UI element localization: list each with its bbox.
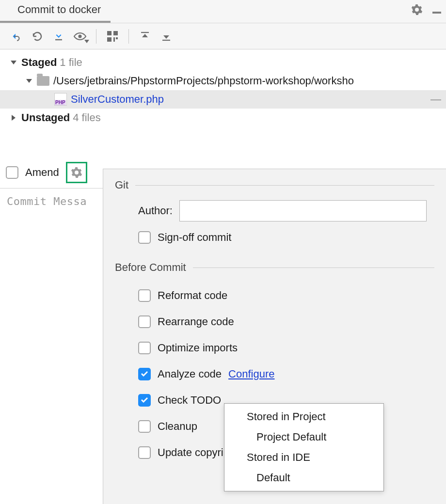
rearrange-checkbox[interactable] [138, 315, 151, 328]
separator [128, 29, 129, 44]
analyze-checkbox[interactable] [138, 368, 151, 380]
popup-project-default[interactable]: Project Default [224, 427, 383, 447]
commit-options-button[interactable] [66, 162, 87, 183]
chevron-down-icon [25, 77, 33, 85]
configure-link[interactable]: Configure [228, 368, 274, 380]
rollback-icon[interactable] [8, 28, 24, 45]
chevron-down-icon [10, 59, 17, 66]
author-label: Author: [138, 205, 173, 217]
tabstrip: Commit to docker [0, 0, 446, 23]
refresh-icon[interactable] [29, 28, 46, 45]
staged-count: 1 file [60, 56, 82, 69]
unstaged-count: 4 files [73, 111, 100, 124]
author-input[interactable] [179, 200, 427, 221]
staged-label: Staged [21, 56, 57, 69]
signoff-label: Sign-off commit [158, 231, 231, 244]
svg-rect-3 [107, 37, 112, 42]
svg-rect-1 [107, 31, 112, 35]
optimize-checkbox[interactable] [138, 342, 151, 354]
svg-rect-5 [116, 37, 118, 39]
gear-icon[interactable] [411, 4, 423, 18]
expand-all-icon[interactable] [137, 28, 153, 45]
check-todo-checkbox[interactable] [138, 394, 151, 407]
tree-file-row[interactable]: SilverCustomer.php — [0, 90, 446, 109]
update-copyright-checkbox[interactable] [138, 446, 151, 459]
popup-stored-ide[interactable]: Stored in IDE [224, 447, 383, 468]
tree-group-unstaged[interactable]: Unstaged 4 files [0, 109, 446, 127]
chevron-right-icon [10, 114, 17, 122]
amend-checkbox[interactable] [6, 166, 18, 179]
download-icon[interactable] [50, 28, 67, 45]
eye-icon[interactable] [72, 28, 88, 45]
separator [96, 29, 96, 44]
folder-path: /Users/jetbrains/PhpstormProjects/phpsto… [53, 75, 354, 87]
analyze-label: Analyze code [158, 368, 222, 380]
check-todo-label: Check TODO [158, 394, 221, 407]
reformat-label: Reformat code [158, 289, 227, 302]
cleanup-label: Cleanup [158, 420, 197, 433]
php-file-icon [54, 93, 67, 106]
minimize-button[interactable] [432, 12, 441, 14]
before-commit-header: Before Commit [115, 261, 434, 274]
svg-point-0 [79, 34, 82, 38]
configure-popup: Stored in Project Project Default Stored… [224, 403, 384, 491]
git-header: Git [115, 179, 434, 191]
tree-path-row[interactable]: /Users/jetbrains/PhpstormProjects/phpsto… [0, 72, 446, 90]
group-icon[interactable] [104, 28, 121, 45]
unstage-dash-icon[interactable]: — [430, 93, 441, 106]
toolbar [0, 23, 446, 49]
svg-rect-4 [113, 37, 115, 42]
signoff-checkbox[interactable] [138, 231, 151, 244]
file-name: SilverCustomer.php [71, 93, 164, 106]
tree-group-staged[interactable]: Staged 1 file [0, 53, 446, 72]
unstaged-label: Unstaged [21, 111, 70, 124]
reformat-checkbox[interactable] [138, 289, 151, 302]
optimize-label: Optimize imports [158, 342, 238, 354]
svg-rect-2 [113, 31, 118, 35]
collapse-all-icon[interactable] [158, 28, 175, 45]
cleanup-checkbox[interactable] [138, 420, 151, 433]
file-tree: Staged 1 file /Users/jetbrains/PhpstormP… [0, 49, 446, 127]
amend-label: Amend [25, 166, 59, 179]
tab-commit[interactable]: Commit to docker [0, 0, 111, 23]
popup-stored-project[interactable]: Stored in Project [224, 407, 383, 427]
tab-title: Commit to docker [17, 3, 101, 16]
update-copyright-label: Update copyri [158, 446, 223, 459]
commit-message-placeholder: Commit Messa [7, 195, 87, 207]
popup-default[interactable]: Default [224, 468, 383, 488]
folder-icon [37, 76, 49, 86]
rearrange-label: Rearrange code [158, 315, 234, 328]
